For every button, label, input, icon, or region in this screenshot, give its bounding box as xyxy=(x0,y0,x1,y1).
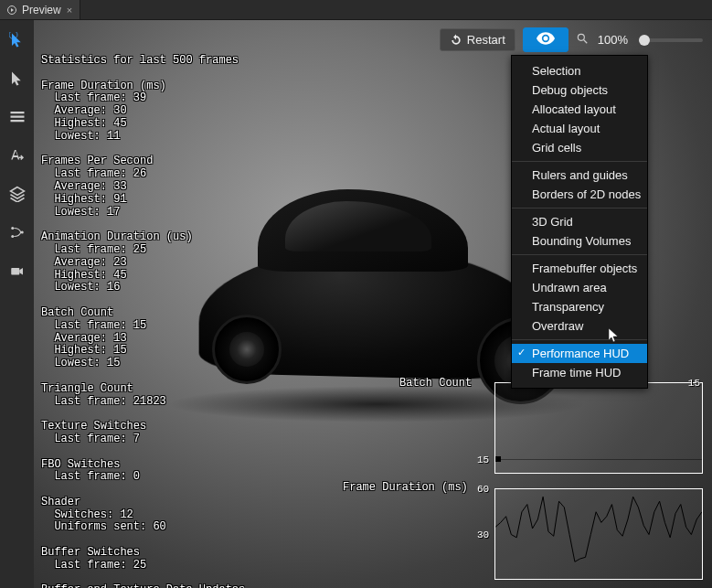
select-tool[interactable] xyxy=(6,68,28,90)
preview-tab[interactable]: Preview × xyxy=(0,0,80,19)
tick: 15 xyxy=(477,454,489,465)
dropdown-separator xyxy=(512,339,647,340)
tick: 15 xyxy=(688,378,700,389)
dropdown-item[interactable]: Borders of 2D nodes xyxy=(512,185,647,204)
play-icon xyxy=(7,5,16,15)
mouse-cursor-icon xyxy=(609,328,620,343)
batch-count-chart: 15 15 xyxy=(494,382,703,474)
tab-bar: Preview × xyxy=(0,0,712,20)
dropdown-item[interactable]: Transparency xyxy=(512,297,647,316)
close-icon[interactable]: × xyxy=(67,5,72,16)
svg-point-2 xyxy=(11,235,14,238)
restart-label: Restart xyxy=(467,33,505,47)
frame-duration-chart: 60 30 xyxy=(494,488,703,580)
svg-point-1 xyxy=(11,227,14,230)
restart-button[interactable]: Restart xyxy=(440,28,515,51)
tick: 60 xyxy=(477,484,489,495)
tab-title: Preview xyxy=(22,4,61,16)
dropdown-item[interactable]: Frame time HUD xyxy=(512,363,647,382)
viewport-toolbar: Restart 100% xyxy=(440,27,703,52)
grid-tool[interactable] xyxy=(6,106,28,128)
node-tool[interactable] xyxy=(6,221,28,243)
dropdown-item[interactable]: Allocated layout xyxy=(512,100,647,119)
dropdown-separator xyxy=(512,161,647,162)
dropdown-item[interactable]: 3D Grid xyxy=(512,212,647,231)
chart-label-batch: Batch Count xyxy=(399,377,472,390)
zoom-slider[interactable] xyxy=(639,38,703,42)
interact-tool[interactable] xyxy=(6,29,28,51)
viewport[interactable]: Restart 100% SelectionDebug objectsAlloc… xyxy=(34,20,712,588)
zoom-icon[interactable] xyxy=(576,32,589,48)
zoom-value: 100% xyxy=(598,33,628,47)
svg-point-3 xyxy=(20,231,23,234)
sidebar xyxy=(0,20,34,588)
svg-rect-4 xyxy=(11,268,19,275)
dropdown-item[interactable]: Debug objects xyxy=(512,80,647,100)
dropdown-item[interactable]: Rulers and guides xyxy=(512,166,647,185)
tick: 30 xyxy=(477,529,489,540)
stats-overlay: Statistics for last 500 frames Frame Dur… xyxy=(41,55,245,588)
dropdown-separator xyxy=(512,254,647,255)
dropdown-item[interactable]: Grid cells xyxy=(512,138,647,157)
dropdown-item[interactable]: Bounding Volumes xyxy=(512,231,647,251)
dropdown-item[interactable]: Undrawn area xyxy=(512,278,647,297)
text-tool[interactable] xyxy=(6,144,28,166)
dropdown-item[interactable]: Selection xyxy=(512,61,647,80)
dropdown-item[interactable]: Actual layout xyxy=(512,119,647,138)
visibility-menu-button[interactable] xyxy=(523,27,569,52)
dropdown-item[interactable]: Performance HUD xyxy=(512,344,647,363)
svg-point-5 xyxy=(578,34,584,40)
main-area: Restart 100% SelectionDebug objectsAlloc… xyxy=(0,20,712,588)
dropdown-item[interactable]: Framebuffer objects xyxy=(512,259,647,278)
restart-icon xyxy=(450,34,462,47)
dropdown-item[interactable]: Overdraw xyxy=(512,316,647,336)
chart-label-frame: Frame Duration (ms) xyxy=(343,481,468,494)
layers-tool[interactable] xyxy=(6,183,28,205)
eye-icon xyxy=(537,32,555,48)
visibility-dropdown: SelectionDebug objectsAllocated layoutAc… xyxy=(511,55,648,389)
camera-tool[interactable] xyxy=(6,260,28,282)
dropdown-separator xyxy=(512,208,647,208)
